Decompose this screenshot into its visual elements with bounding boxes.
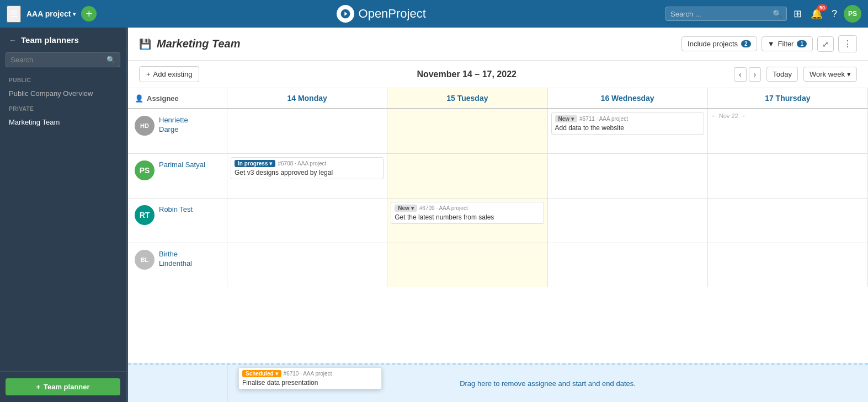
assignee-name-birthe[interactable]: BirtheLindenthal <box>159 250 192 269</box>
day-cell-birthe-thu[interactable] <box>708 243 868 287</box>
toolbar: + Add existing November 14 – 17, 2022 ‹ … <box>128 61 868 88</box>
day-cell-henriette-wed[interactable]: New ▾ #6711 · AAA project Add data to th… <box>548 109 708 153</box>
day-cell-parimal-tue[interactable] <box>387 154 547 198</box>
status-badge-new-2[interactable]: New ▾ <box>395 205 417 212</box>
task-6711-header: New ▾ #6711 · AAA project <box>555 115 700 122</box>
search-icon: 🔍 <box>773 9 782 18</box>
sidebar-item-public-company[interactable]: Public Company Overview <box>0 85 126 101</box>
drop-zone-left: Scheduled ▾ #6710 · AAA project Finalise… <box>128 365 227 402</box>
planner-grid: 👤 Assignee 14 Monday 15 Tuesday 16 Wedne… <box>128 88 868 363</box>
day-cell-birthe-wed[interactable] <box>548 243 708 287</box>
status-badge-scheduled[interactable]: Scheduled ▾ <box>242 370 281 377</box>
assignee-cell-robin: RT Robin Test <box>128 199 227 243</box>
sidebar-search-box[interactable]: 🔍 <box>6 52 120 67</box>
status-badge-in-progress[interactable]: In progress ▾ <box>235 160 275 167</box>
day-cell-birthe-tue[interactable] <box>387 243 547 287</box>
table-row: PS Parimal Satyal In progress ▾ #6708 · … <box>128 154 868 199</box>
add-team-planner-button[interactable]: + Team planner <box>6 378 120 395</box>
sidebar-search-input[interactable] <box>10 56 103 64</box>
assignee-name-henriette[interactable]: HenrietteDarge <box>159 116 188 135</box>
avatar-parimal: PS <box>135 160 155 180</box>
app-logo: OpenProject <box>102 5 660 23</box>
day-cell-parimal-mon[interactable]: In progress ▾ #6708 · AAA project Get v3… <box>227 154 387 198</box>
chevron-down-icon: ▾ <box>411 205 414 211</box>
prev-period-button[interactable]: ‹ <box>734 67 747 82</box>
day-15-label: 15 Tuesday <box>446 94 488 103</box>
task-6711-meta: #6711 · AAA project <box>579 116 628 122</box>
header-thursday: 17 Thursday <box>708 88 868 108</box>
person-icon: 👤 <box>135 94 143 103</box>
view-label: Work week <box>810 70 845 78</box>
search-input[interactable] <box>670 10 769 18</box>
project-selector[interactable]: AAA project ▾ <box>26 9 76 18</box>
day-cell-robin-tue[interactable]: New ▾ #6709 · AAA project Get the latest… <box>387 199 547 243</box>
sidebar-header: ← Team planners <box>0 28 126 52</box>
include-projects-badge: 2 <box>741 40 751 47</box>
page-title: Marketing Team <box>157 37 676 50</box>
sidebar-item-marketing-team[interactable]: Marketing Team <box>0 114 126 130</box>
dragged-task-meta: #6710 · AAA project <box>284 371 332 377</box>
header-wednesday: 16 Wednesday <box>548 88 708 108</box>
sidebar-footer: + Team planner <box>0 371 126 402</box>
task-6708-meta: #6708 · AAA project <box>278 160 326 167</box>
user-avatar[interactable]: PS <box>844 5 861 23</box>
hamburger-menu[interactable]: ☰ <box>7 6 21 23</box>
help-button[interactable]: ? <box>829 6 839 22</box>
assignee-name-parimal[interactable]: Parimal Satyal <box>159 160 205 170</box>
global-search-box[interactable]: 🔍 <box>665 7 787 21</box>
assignee-name-robin[interactable]: Robin Test <box>159 205 193 215</box>
task-card-6709[interactable]: New ▾ #6709 · AAA project Get the latest… <box>391 202 544 224</box>
more-options-button[interactable]: ⋮ <box>838 35 857 52</box>
sidebar-back-arrow[interactable]: ← <box>9 36 17 45</box>
sidebar-title: Team planners <box>21 35 79 45</box>
task-card-6708[interactable]: In progress ▾ #6708 · AAA project Get v3… <box>231 157 384 179</box>
task-continues-label: ← Nov 22 → <box>711 112 746 119</box>
day-cell-henriette-mon[interactable] <box>227 109 387 153</box>
avatar-birthe: BL <box>135 250 155 270</box>
status-badge-new[interactable]: New ▾ <box>555 115 578 122</box>
day-cell-henriette-thu[interactable]: ← Nov 22 → <box>708 109 868 153</box>
dragged-task-card[interactable]: Scheduled ▾ #6710 · AAA project Finalise… <box>238 367 382 389</box>
add-project-button[interactable]: + <box>81 6 97 22</box>
day-16-label: 16 Wednesday <box>601 94 654 103</box>
logo-icon <box>337 5 354 23</box>
next-period-button[interactable]: › <box>749 67 762 82</box>
day-cell-robin-thu[interactable] <box>708 199 868 243</box>
day-cell-henriette-tue[interactable] <box>387 109 547 153</box>
day-cell-robin-wed[interactable] <box>548 199 708 243</box>
task-6709-header: New ▾ #6709 · AAA project <box>395 205 540 212</box>
task-6708-header: In progress ▾ #6708 · AAA project <box>235 160 380 167</box>
view-select[interactable]: Work week ▾ <box>803 67 857 82</box>
project-name: AAA project <box>26 9 71 18</box>
day-17-label: 17 Thursday <box>765 94 810 103</box>
sidebar-search-icon: 🔍 <box>106 56 115 64</box>
logo-text: OpenProject <box>359 7 426 21</box>
day-cell-parimal-wed[interactable] <box>548 154 708 198</box>
notifications-button[interactable]: 🔔 50 <box>808 6 825 22</box>
grid-header: 👤 Assignee 14 Monday 15 Tuesday 16 Wedne… <box>128 88 868 109</box>
header-actions: Include projects 2 ▼ Filter 1 ⤢ ⋮ <box>681 35 857 52</box>
chevron-down-icon: ▾ <box>73 11 76 17</box>
task-6709-title: Get the latest numbers from sales <box>395 213 540 221</box>
plus-icon: + <box>146 70 151 78</box>
sidebar-section-private: PRIVATE <box>0 101 126 114</box>
today-button[interactable]: Today <box>766 67 798 82</box>
filter-button[interactable]: ▼ Filter 1 <box>762 36 813 51</box>
page-header: 💾 Marketing Team Include projects 2 ▼ Fi… <box>128 28 868 61</box>
drop-zone[interactable]: Scheduled ▾ #6710 · AAA project Finalise… <box>128 363 868 402</box>
grid-menu-button[interactable]: ⊞ <box>791 6 804 22</box>
sidebar-section-public: PUBLIC <box>0 73 126 85</box>
add-existing-button[interactable]: + Add existing <box>139 66 199 82</box>
chevron-down-icon: ▾ <box>275 371 278 377</box>
day-cell-birthe-mon[interactable] <box>227 243 387 287</box>
plus-icon: + <box>36 383 40 391</box>
sidebar: ← Team planners 🔍 PUBLIC Public Company … <box>0 28 126 402</box>
day-cell-robin-mon[interactable] <box>227 199 387 243</box>
notification-badge: 50 <box>817 4 827 11</box>
include-projects-button[interactable]: Include projects 2 <box>681 36 757 51</box>
fullscreen-button[interactable]: ⤢ <box>817 36 834 52</box>
header-tuesday: 15 Tuesday <box>387 88 547 108</box>
add-existing-label: Add existing <box>153 70 193 78</box>
task-card-6711[interactable]: New ▾ #6711 · AAA project Add data to th… <box>551 112 704 135</box>
day-cell-parimal-thu[interactable] <box>708 154 868 198</box>
